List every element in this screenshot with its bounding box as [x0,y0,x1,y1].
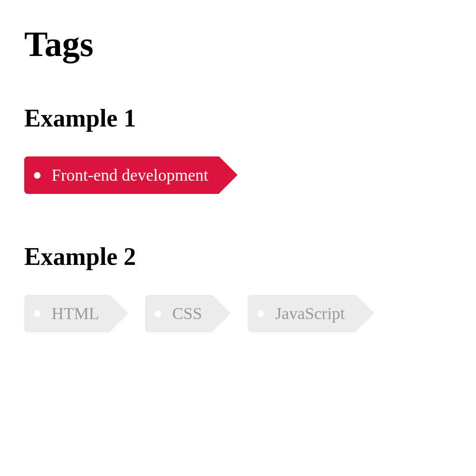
tag-html[interactable]: HTML [24,295,110,332]
page-title: Tags [24,24,452,64]
example-2-heading: Example 2 [24,242,452,271]
tag-css[interactable]: CSS [145,295,213,332]
tag-label: Front-end development [52,156,208,194]
tag-javascript[interactable]: JavaScript [248,295,355,332]
example-1-heading: Example 1 [24,104,452,132]
tags-container-1: Front-end development [24,156,452,194]
example-2-section: Example 2 HTML CSS JavaScript [24,242,452,332]
tag-label: HTML [52,295,99,332]
tag-front-end-development[interactable]: Front-end development [24,156,219,194]
tag-label: CSS [172,295,202,332]
tag-label: JavaScript [275,295,345,332]
example-1-section: Example 1 Front-end development [24,104,452,194]
tags-container-2: HTML CSS JavaScript [24,295,452,332]
